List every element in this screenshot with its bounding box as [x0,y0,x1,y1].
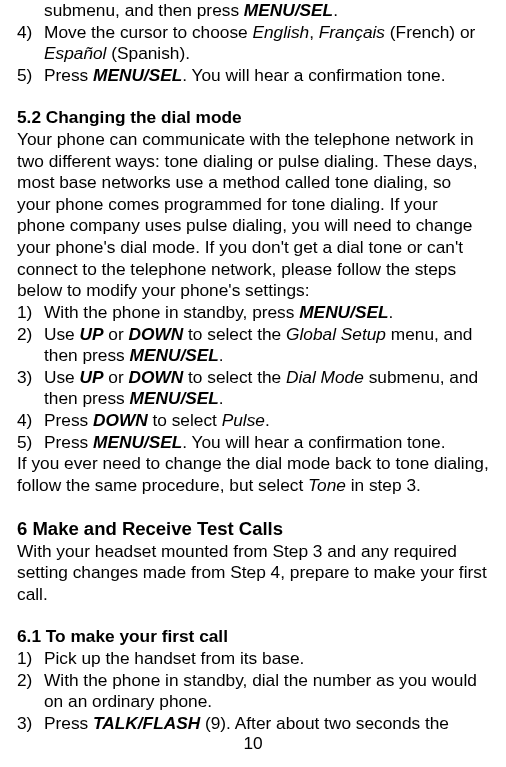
content: submenu, and then press MENU/SEL. 4) Mov… [17,0,489,734]
heading-5-2: 5.2 Changing the dial mode [17,107,489,129]
list-text: submenu, and then press MENU/SEL. [44,0,489,22]
pulse: Pulse [222,410,265,430]
gap [17,496,489,517]
menu-sel: MENU/SEL [93,65,182,85]
list-text: With the phone in standby, dial the numb… [44,670,489,713]
text: to select the [183,367,286,387]
english: English [252,22,309,42]
menu-sel: MENU/SEL [299,302,388,322]
gap [17,605,489,626]
text: Use [44,367,80,387]
text: Press [44,410,93,430]
text: (French) or [385,22,475,42]
francais: Français [319,22,385,42]
list-text: Press DOWN to select Pulse. [44,410,489,432]
list-text: Use UP or DOWN to select the Dial Mode s… [44,367,489,410]
down: DOWN [129,324,184,344]
text: (Spanish). [106,43,190,63]
text: Press [44,713,93,733]
list-text: Use UP or DOWN to select the Global Setu… [44,324,489,367]
global-setup: Global Setup [286,324,386,344]
text: (9). After about two seconds the [200,713,449,733]
list-text: Press MENU/SEL. You will hear a confirma… [44,65,489,87]
text: . [333,0,338,20]
tone: Tone [308,475,346,495]
text: Press [44,65,93,85]
text: in step 3. [346,475,421,495]
list-text: Press MENU/SEL. You will hear a confirma… [44,432,489,454]
paragraph-5-2: Your phone can communicate with the tele… [17,129,489,302]
text: With the phone in standby, press [44,302,299,322]
down: DOWN [129,367,184,387]
talk-flash: TALK/FLASH [93,713,200,733]
list-item: 3) Use UP or DOWN to select the Dial Mod… [17,367,489,410]
list-number: 5) [17,432,44,454]
up: UP [80,367,104,387]
list-text: With the phone in standby, press MENU/SE… [44,302,489,324]
list-item: 5) Press MENU/SEL. You will hear a confi… [17,432,489,454]
list-item: 1) Pick up the handset from its base. [17,648,489,670]
list-number: 1) [17,302,44,324]
page-number: 10 [0,733,506,755]
text: to select the [183,324,286,344]
menu-sel: MENU/SEL [130,345,219,365]
text: . You will hear a confirmation tone. [182,432,445,452]
heading-6: 6 Make and Receive Test Calls [17,517,489,540]
text: . [219,345,224,365]
gap [17,86,489,107]
list-number-blank [17,0,44,22]
paragraph-5-2-tail: If you ever need to change the dial mode… [17,453,489,496]
list-item: 5) Press MENU/SEL. You will hear a confi… [17,65,489,87]
list-number: 3) [17,713,44,735]
text: . You will hear a confirmation tone. [182,65,445,85]
menu-sel: MENU/SEL [130,388,219,408]
text: or [104,324,129,344]
up: UP [80,324,104,344]
heading-6-1: 6.1 To make your first call [17,626,489,648]
list-item: 2) Use UP or DOWN to select the Global S… [17,324,489,367]
menu-sel: MENU/SEL [93,432,182,452]
list-number: 4) [17,410,44,432]
text: . [389,302,394,322]
list-item: submenu, and then press MENU/SEL. [17,0,489,22]
list-item: 4) Press DOWN to select Pulse. [17,410,489,432]
list-number: 3) [17,367,44,410]
list-item: 1) With the phone in standby, press MENU… [17,302,489,324]
list-text: Pick up the handset from its base. [44,648,489,670]
list-text: Press TALK/FLASH (9). After about two se… [44,713,489,735]
text: . [265,410,270,430]
text: or [104,367,129,387]
text: submenu, and then press [44,0,244,20]
list-item: 4) Move the cursor to choose English, Fr… [17,22,489,65]
page: submenu, and then press MENU/SEL. 4) Mov… [0,0,506,767]
text: to select [148,410,222,430]
paragraph-6: With your headset mounted from Step 3 an… [17,541,489,606]
text: Use [44,324,80,344]
list-number: 2) [17,670,44,713]
text: , [309,22,319,42]
text: Press [44,432,93,452]
list-number: 2) [17,324,44,367]
list-number: 1) [17,648,44,670]
list-item: 3) Press TALK/FLASH (9). After about two… [17,713,489,735]
espanol: Español [44,43,106,63]
dial-mode: Dial Mode [286,367,364,387]
list-number: 4) [17,22,44,65]
list-text: Move the cursor to choose English, Franç… [44,22,489,65]
list-item: 2) With the phone in standby, dial the n… [17,670,489,713]
down: DOWN [93,410,148,430]
text: Move the cursor to choose [44,22,252,42]
menu-sel: MENU/SEL [244,0,333,20]
list-number: 5) [17,65,44,87]
text: . [219,388,224,408]
